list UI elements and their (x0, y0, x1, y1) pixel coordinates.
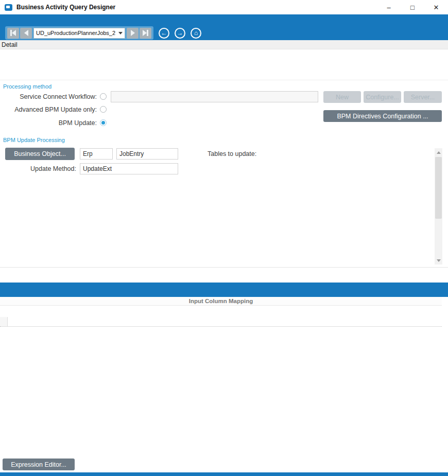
system-field[interactable] (80, 148, 113, 160)
scroll-thumb[interactable] (435, 157, 442, 219)
empty-grid-row (0, 317, 442, 327)
last-arrow-icon (143, 30, 147, 36)
update-processing-panel: Processing method Service Connect Workfl… (0, 80, 448, 267)
tree-scrollbar[interactable] (435, 148, 442, 265)
home-icon: ⌂ (194, 30, 198, 36)
window-title: Business Activity Query Designer (16, 4, 115, 11)
service-connect-workflow-label: Service Connect Workflow: (2, 93, 97, 100)
column-mapping-grid (0, 306, 442, 327)
status-bar (0, 472, 448, 476)
grid-header-row (0, 306, 442, 317)
advanced-bpm-update-radio[interactable] (100, 106, 107, 113)
update-method-field[interactable] (80, 163, 178, 174)
workflow-input[interactable] (111, 91, 318, 102)
tables-to-update-label: Tables to update: (208, 150, 256, 157)
window-controls: – □ ✕ (377, 0, 448, 14)
first-record-button[interactable] (7, 28, 19, 39)
app-icon (5, 4, 12, 11)
server-button[interactable]: Server... (404, 91, 442, 103)
service-connect-workflow-radio[interactable] (100, 93, 107, 100)
business-object-button[interactable]: Business Object... (5, 148, 75, 160)
next-arrow-icon (131, 30, 135, 36)
processing-method-group-label: Processing method (3, 83, 51, 90)
bpm-directives-configuration-button[interactable]: BPM Directives Configuration ... (323, 110, 442, 122)
update-method-label: Update Method: (2, 165, 76, 172)
previous-arrow-icon (24, 30, 28, 36)
configure-button[interactable]: Configure... (364, 91, 401, 103)
home-button[interactable]: ⌂ (191, 28, 201, 39)
last-record-button[interactable] (140, 28, 151, 39)
menu-bar (0, 14, 448, 26)
detail-bar: Detail (0, 40, 448, 49)
next-record-button[interactable] (127, 28, 139, 39)
detail-label: Detail (2, 41, 18, 48)
back-arrow-icon: ← (161, 30, 167, 36)
record-navigator: UD_uProductionPlannerJobs_2 (5, 26, 153, 40)
bpm-update-radio[interactable] (100, 119, 107, 126)
business-object-field[interactable] (116, 148, 178, 160)
scroll-up-icon[interactable] (435, 148, 442, 156)
forward-button[interactable]: → (175, 28, 185, 39)
record-selector-dropdown[interactable]: UD_uProductionPlannerJobs_2 (33, 28, 125, 39)
main-toolbar: UD_uProductionPlannerJobs_2 ← → ⌂ (0, 26, 448, 40)
tables-to-update-tree (267, 148, 442, 265)
expression-editor-button[interactable]: Expression Editor... (3, 459, 75, 470)
back-button[interactable]: ← (159, 28, 169, 39)
sub-tab-strip (0, 65, 448, 80)
previous-record-button[interactable] (20, 28, 32, 39)
mapping-tab-strip (0, 268, 448, 283)
last-bar (147, 30, 148, 36)
bpm-update-label: BPM Update: (2, 119, 97, 127)
new-button[interactable]: New (323, 91, 361, 103)
advanced-bpm-update-label: Advanced BPM Update only: (2, 106, 97, 113)
record-selector-value: UD_uProductionPlannerJobs_2 (36, 30, 115, 36)
row-selector[interactable] (0, 317, 8, 326)
forward-arrow-icon: → (177, 30, 183, 36)
minimize-button[interactable]: – (377, 0, 401, 14)
app-window: Business Activity Query Designer – □ ✕ U… (0, 0, 448, 476)
maximize-button[interactable]: □ (401, 0, 424, 14)
title-bar: Business Activity Query Designer – □ ✕ (0, 0, 448, 14)
first-arrow-icon (12, 30, 16, 36)
scroll-down-icon[interactable] (435, 256, 442, 265)
input-column-mapping-title: Input Column Mapping (0, 297, 442, 306)
close-button[interactable]: ✕ (424, 0, 448, 14)
chevron-down-icon (118, 32, 123, 37)
bpm-update-processing-group-label: BPM Update Processing (3, 137, 65, 143)
main-tab-strip (0, 49, 448, 65)
mapping-toolbar (0, 283, 448, 297)
